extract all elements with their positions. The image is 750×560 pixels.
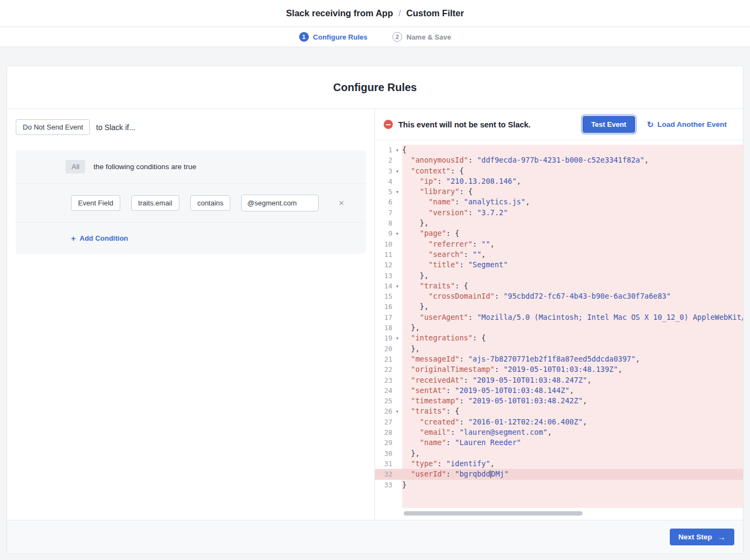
code-line-text: }, bbox=[402, 301, 429, 312]
code-line-32[interactable]: 32 "userId": "bgrqbddDMj" bbox=[375, 469, 743, 479]
code-line-19[interactable]: 19▾ "integrations": { bbox=[375, 333, 743, 343]
preview-actions: Test Event ↻ Load Another Event bbox=[583, 116, 734, 133]
code-line-3[interactable]: 3▾ "context": { bbox=[375, 166, 743, 176]
collapse-caret-empty bbox=[392, 239, 402, 249]
code-line-17[interactable]: 17 "userAgent": "Mozilla/5.0 (Macintosh;… bbox=[375, 312, 743, 323]
code-line-4[interactable]: 4 "ip": "210.13.208.146", bbox=[375, 176, 743, 186]
line-gutter[interactable]: 26▾ bbox=[375, 406, 402, 416]
code-line-15[interactable]: 15 "crossDomainId": "95cbdd72-fc67-4b43-… bbox=[375, 291, 743, 301]
code-line-10[interactable]: 10 "referrer": "", bbox=[375, 239, 743, 249]
test-event-button[interactable]: Test Event bbox=[583, 116, 635, 133]
condition-field-type-button[interactable]: Event Field bbox=[71, 195, 120, 211]
line-gutter: 6 bbox=[375, 197, 402, 207]
json-event-editor[interactable]: 1▾{2 "anonymousId": "ddf9ecda-977b-4231-… bbox=[375, 140, 743, 508]
code-line-text: "version": "3.7.2" bbox=[402, 208, 508, 218]
condition-operator-button[interactable]: contains bbox=[190, 195, 230, 211]
code-line-30[interactable]: 30 }, bbox=[375, 448, 743, 459]
collapse-caret-icon[interactable]: ▾ bbox=[392, 145, 402, 155]
code-line-6[interactable]: 6 "name": "analytics.js", bbox=[375, 197, 743, 207]
line-gutter[interactable]: 1▾ bbox=[375, 145, 402, 155]
breadcrumb-destination[interactable]: Slack receiving from App bbox=[286, 8, 393, 18]
code-line-text: "timestamp": "2019-05-10T01:03:48.242Z", bbox=[402, 396, 587, 406]
code-line-27[interactable]: 27 "created": "2016-01-12T02:24:06.400Z"… bbox=[375, 417, 743, 427]
line-gutter: 8 bbox=[375, 218, 402, 228]
step-configure-rules[interactable]: 1 Configure Rules bbox=[299, 32, 367, 42]
load-another-event-label: Load Another Event bbox=[657, 120, 727, 128]
code-line-18[interactable]: 18 }, bbox=[375, 323, 743, 333]
line-gutter[interactable]: 3▾ bbox=[375, 166, 402, 176]
line-gutter: 4 bbox=[375, 176, 402, 186]
code-line-21[interactable]: 21 "messageId": "ajs-7b8270771eb2f1f8a87… bbox=[375, 354, 743, 364]
refresh-icon: ↻ bbox=[647, 120, 654, 128]
code-line-28[interactable]: 28 "email": "lauren@segment.com", bbox=[375, 427, 743, 437]
collapse-caret-empty bbox=[392, 271, 402, 281]
next-step-button[interactable]: Next Step → bbox=[670, 529, 734, 545]
code-line-22[interactable]: 22 "originalTimestamp": "2019-05-10T01:0… bbox=[375, 364, 743, 375]
code-line-26[interactable]: 26▾ "traits": { bbox=[375, 406, 743, 416]
line-number: 3 bbox=[375, 166, 392, 176]
code-line-8[interactable]: 8 }, bbox=[375, 218, 743, 228]
code-line-text: "messageId": "ajs-7b8270771eb2f1f8a87eed… bbox=[402, 354, 640, 364]
line-gutter: 7 bbox=[375, 208, 402, 218]
code-line-text: "receivedAt": "2019-05-10T01:03:48.247Z"… bbox=[402, 375, 592, 385]
code-line-24[interactable]: 24 "sentAt": "2019-05-10T01:03:48.144Z", bbox=[375, 385, 743, 396]
code-line-7[interactable]: 7 "version": "3.7.2" bbox=[375, 208, 743, 218]
code-line-33[interactable]: 33} bbox=[375, 480, 743, 490]
code-line-5[interactable]: 5▾ "library": { bbox=[375, 186, 743, 197]
code-line-23[interactable]: 23 "receivedAt": "2019-05-10T01:03:48.24… bbox=[375, 375, 743, 385]
code-line-31[interactable]: 31 "type": "identify", bbox=[375, 459, 743, 469]
line-number: 22 bbox=[375, 364, 392, 375]
code-line-12[interactable]: 12 "title": "Segment" bbox=[375, 260, 743, 270]
line-number: 26 bbox=[375, 406, 392, 416]
line-gutter: 28 bbox=[375, 427, 402, 437]
collapse-caret-icon[interactable]: ▾ bbox=[392, 186, 402, 197]
code-line-16[interactable]: 16 }, bbox=[375, 301, 743, 312]
code-line-text: }, bbox=[402, 271, 429, 281]
code-line-9[interactable]: 9▾ "page": { bbox=[375, 228, 743, 239]
collapse-caret-icon[interactable]: ▾ bbox=[392, 281, 402, 291]
collapse-caret-empty bbox=[392, 417, 402, 427]
condition-field-path-button[interactable]: traits.email bbox=[131, 195, 179, 211]
line-gutter[interactable]: 14▾ bbox=[375, 281, 402, 291]
step-2-label: Name & Save bbox=[406, 33, 451, 41]
step-1-label: Configure Rules bbox=[313, 33, 367, 41]
line-gutter[interactable]: 19▾ bbox=[375, 333, 402, 343]
remove-condition-button[interactable]: × bbox=[337, 197, 346, 209]
collapse-caret-icon[interactable]: ▾ bbox=[392, 166, 402, 176]
line-number: 8 bbox=[375, 218, 392, 228]
wizard-steps-bar: 1 Configure Rules 2 Name & Save bbox=[0, 27, 750, 47]
code-line-2[interactable]: 2 "anonymousId": "ddf9ecda-977b-4231-b00… bbox=[375, 155, 743, 165]
collapse-caret-icon[interactable]: ▾ bbox=[392, 228, 402, 239]
code-line-text: }, bbox=[402, 448, 420, 459]
code-line-text: "library": { bbox=[402, 186, 473, 197]
code-line-text: } bbox=[402, 480, 406, 490]
add-condition-label: Add Condition bbox=[80, 234, 128, 242]
step-name-and-save[interactable]: 2 Name & Save bbox=[392, 32, 451, 42]
code-line-20[interactable]: 20 }, bbox=[375, 344, 743, 354]
code-line-11[interactable]: 11 "search": "", bbox=[375, 249, 743, 260]
match-mode-badge[interactable]: All bbox=[66, 160, 85, 173]
code-line-text: "integrations": { bbox=[402, 333, 486, 343]
line-number: 21 bbox=[375, 354, 392, 364]
code-line-14[interactable]: 14▾ "traits": { bbox=[375, 281, 743, 291]
code-line-text: }, bbox=[402, 323, 420, 333]
condition-value-input[interactable] bbox=[241, 195, 319, 211]
horizontal-scrollbar-track[interactable] bbox=[375, 508, 743, 520]
filter-action-button[interactable]: Do Not Send Event bbox=[16, 119, 90, 135]
line-gutter: 29 bbox=[375, 437, 402, 448]
line-gutter[interactable]: 9▾ bbox=[375, 228, 402, 239]
horizontal-scrollbar-thumb[interactable] bbox=[404, 511, 583, 516]
code-line-25[interactable]: 25 "timestamp": "2019-05-10T01:03:48.242… bbox=[375, 396, 743, 406]
step-2-circle: 2 bbox=[392, 32, 402, 42]
code-line-13[interactable]: 13 }, bbox=[375, 271, 743, 281]
collapse-caret-icon[interactable]: ▾ bbox=[392, 406, 402, 416]
add-condition-button[interactable]: + Add Condition bbox=[71, 234, 128, 242]
line-gutter: 10 bbox=[375, 239, 402, 249]
line-gutter[interactable]: 5▾ bbox=[375, 186, 402, 197]
collapse-caret-icon[interactable]: ▾ bbox=[392, 333, 402, 343]
code-line-29[interactable]: 29 "name": "Lauren Reeder" bbox=[375, 437, 743, 448]
condition-group-row: All the following conditions are true bbox=[16, 150, 366, 184]
code-line-1[interactable]: 1▾{ bbox=[375, 145, 743, 155]
collapse-caret-empty bbox=[392, 364, 402, 375]
load-another-event-button[interactable]: ↻ Load Another Event bbox=[647, 120, 727, 128]
